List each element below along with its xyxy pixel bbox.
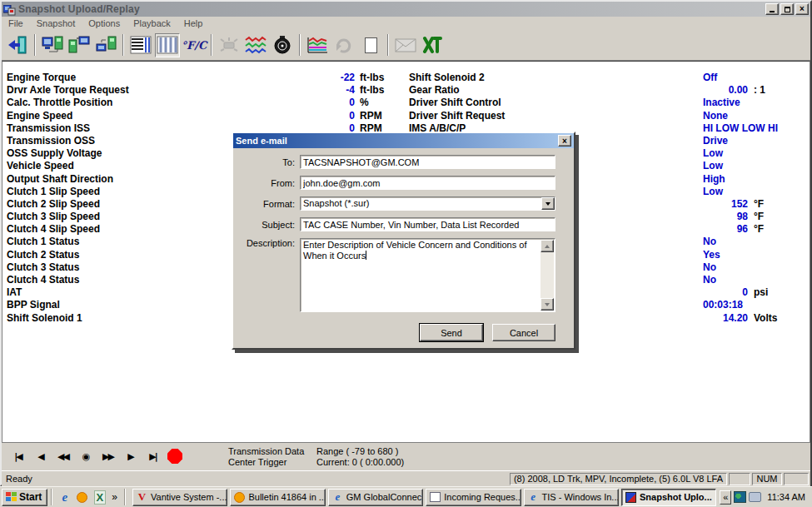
to-label: To: [242,157,300,167]
scroll-up-button[interactable] [541,240,554,252]
task-label: GM GlobalConnec... [346,492,423,502]
menu-item[interactable]: Options [82,17,127,29]
param-unit: ft-lbs [355,72,406,84]
param-label: Gear Ratio [406,84,703,97]
task-icon [332,492,343,502]
restore-button[interactable] [780,3,794,15]
step-back-button[interactable]: ◀ [29,446,52,466]
stop-button[interactable] [164,446,186,466]
quicklaunch-app-icon[interactable] [75,490,89,505]
param-label: Shift Solenoid 2 [406,72,703,84]
skip-to-start-button[interactable]: |◀ [7,446,29,466]
quicklaunch-excel-icon[interactable]: X [92,490,107,505]
flash-button[interactable] [217,33,242,57]
quicklaunch-ie-icon[interactable]: e [57,490,72,505]
format-dropdown[interactable]: Snapshot (*.sur) [300,196,555,211]
num-lock-indicator: NUM [752,473,782,485]
description-field[interactable]: Enter Description of Vehicle Concern and… [300,238,555,312]
toolbar-separator [211,34,212,56]
data-list-view-button[interactable] [128,33,153,57]
record-trigger-button[interactable]: ◉ [74,446,97,466]
exit-icon [7,35,28,55]
param-row: Shift Solenoid 2 Off [406,72,809,84]
param-value: Drive [703,135,748,147]
tray-chevron-button[interactable]: « [720,490,731,505]
column-view-icon [157,36,178,54]
temp-units-icon: °F/C [182,39,207,52]
upload-pc-button[interactable] [40,33,65,57]
from-label: From: [242,178,300,188]
param-value: 0.00 [703,84,748,97]
task-button[interactable]: Vantive System -... [132,489,227,506]
quicklaunch-overflow-chevron[interactable]: » [108,491,121,503]
menu-item[interactable]: File [2,17,30,29]
param-value: No [703,274,748,286]
fast-forward-button[interactable]: ▶▶ [97,446,119,466]
param-value: No [703,236,748,248]
param-row: Driver Shift Control Inactive [406,97,809,109]
replay-button[interactable] [331,33,356,57]
dropdown-button[interactable] [541,197,555,210]
minimize-button[interactable] [765,3,779,15]
tools-button[interactable] [420,33,445,57]
new-page-button[interactable] [358,33,383,57]
param-value: Yes [703,249,748,261]
param-value: 00:03:18 [703,299,748,311]
param-unit: °F [748,211,809,223]
system-tray: « 11:34 AM [716,489,810,506]
task-icon [528,492,539,502]
graph-view-icon [245,36,267,54]
plot-icon [306,36,328,54]
email-button[interactable] [393,33,418,57]
temp-units-button[interactable]: °F/C [182,33,207,57]
gauge-button[interactable] [270,33,295,57]
task-button[interactable]: Incoming Reques... [426,489,521,506]
dialog-close-button[interactable]: × [558,135,571,147]
status-bar: Ready (8) 2008, LD Trk, MPV, Incomplete,… [2,470,810,486]
windows-flag-icon [6,492,17,502]
param-value: HI LOW LOW HI [703,122,748,135]
range-info: Range ( -79 to 680 ) Current: 0 ( 0:00.0… [316,446,404,468]
step-forward-button[interactable]: ▶ [119,446,142,466]
task-button[interactable]: Snapshot Uplo... [621,489,716,506]
send-button[interactable]: Send [420,324,483,341]
task-button[interactable]: GM GlobalConnec... [328,489,423,506]
menu-item[interactable]: Playback [127,17,177,29]
scroll-down-button[interactable] [541,298,554,311]
format-selected-value: Snapshot (*.sur) [300,196,555,211]
download-device-button[interactable] [93,33,118,57]
param-unit: RPM [355,110,406,122]
start-label: Start [19,491,42,503]
download-device-icon [95,36,117,54]
subject-field[interactable] [300,217,555,231]
to-field[interactable] [300,155,555,169]
plot-button[interactable] [305,33,330,57]
menu-item[interactable]: Help [177,17,210,29]
skip-to-end-button[interactable]: ▶| [142,446,164,466]
cancel-button[interactable]: Cancel [492,324,555,341]
description-scrollbar[interactable] [541,240,554,311]
rewind-button[interactable]: ◀◀ [52,446,74,466]
column-view-button[interactable] [155,33,180,57]
device-transfer-button[interactable] [67,33,92,57]
task-label: Vantive System -... [151,492,227,502]
status-panel [784,473,809,485]
param-unit [748,249,809,261]
task-button[interactable]: Bulletin 41864 in ... [230,489,325,506]
device-tray-icon[interactable] [749,492,761,502]
task-button[interactable]: TIS - Windows In... [524,489,619,506]
from-field[interactable] [300,176,555,190]
current-frame-label: Current: 0 ( 0:00.000) [316,457,404,468]
toolbar: °F/C [2,30,810,61]
graph-view-button[interactable] [243,33,268,57]
start-button[interactable]: Start [2,489,47,506]
param-value: 0 [313,97,355,109]
close-button[interactable]: × [795,3,809,15]
param-row: Engine Speed 0 RPM [4,110,406,122]
toolbar-separator [34,34,36,56]
exit-button[interactable] [5,33,30,57]
menu-item[interactable]: Snapshot [30,17,82,29]
network-tray-icon[interactable] [734,491,746,503]
restore-icon [785,7,790,12]
taskbar-separator [51,489,52,505]
